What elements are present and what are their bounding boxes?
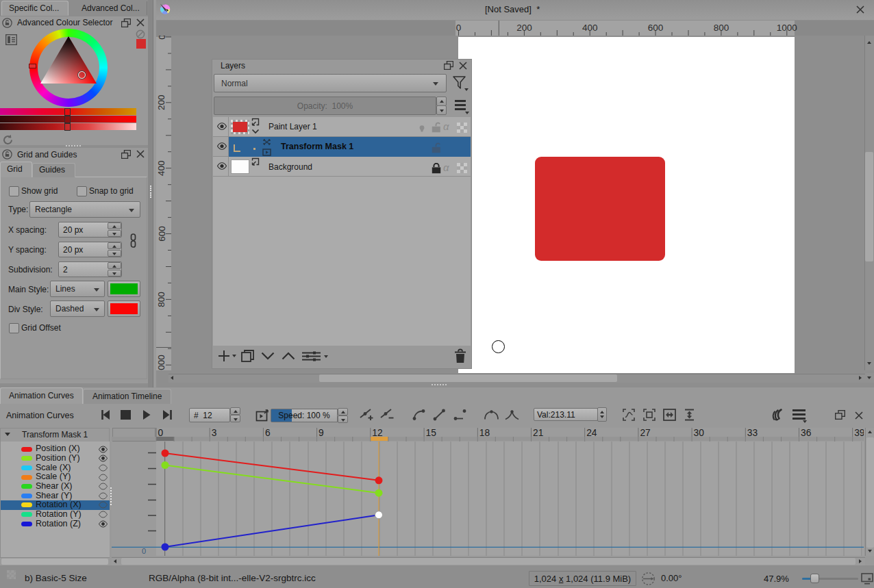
svg-text:9: 9 bbox=[319, 428, 324, 438]
svg-text:400: 400 bbox=[157, 160, 167, 176]
svg-text:21: 21 bbox=[533, 428, 543, 438]
svg-text:0: 0 bbox=[157, 36, 167, 40]
svg-text:800: 800 bbox=[157, 292, 167, 307]
svg-text:33: 33 bbox=[747, 428, 758, 438]
svg-text:0: 0 bbox=[456, 23, 462, 33]
svg-text:600: 600 bbox=[157, 226, 167, 242]
svg-text:3: 3 bbox=[212, 428, 217, 438]
svg-text:0: 0 bbox=[142, 547, 146, 555]
svg-text:36: 36 bbox=[801, 428, 812, 438]
svg-text:1000: 1000 bbox=[777, 23, 797, 33]
svg-text:39: 39 bbox=[854, 428, 864, 438]
svg-text:400: 400 bbox=[582, 23, 598, 33]
svg-text:12: 12 bbox=[372, 428, 382, 438]
svg-text:600: 600 bbox=[648, 23, 664, 33]
svg-text:200: 200 bbox=[157, 95, 167, 111]
svg-text:30: 30 bbox=[694, 428, 705, 438]
svg-text:6: 6 bbox=[265, 428, 271, 438]
svg-text:27: 27 bbox=[640, 428, 650, 438]
svg-text:24: 24 bbox=[586, 428, 597, 438]
svg-text:1000: 1000 bbox=[157, 355, 167, 370]
svg-text:15: 15 bbox=[426, 428, 437, 438]
svg-text:200: 200 bbox=[516, 23, 532, 33]
svg-text:18: 18 bbox=[479, 428, 490, 438]
svg-text:0: 0 bbox=[158, 428, 164, 438]
svg-text:800: 800 bbox=[714, 23, 729, 33]
